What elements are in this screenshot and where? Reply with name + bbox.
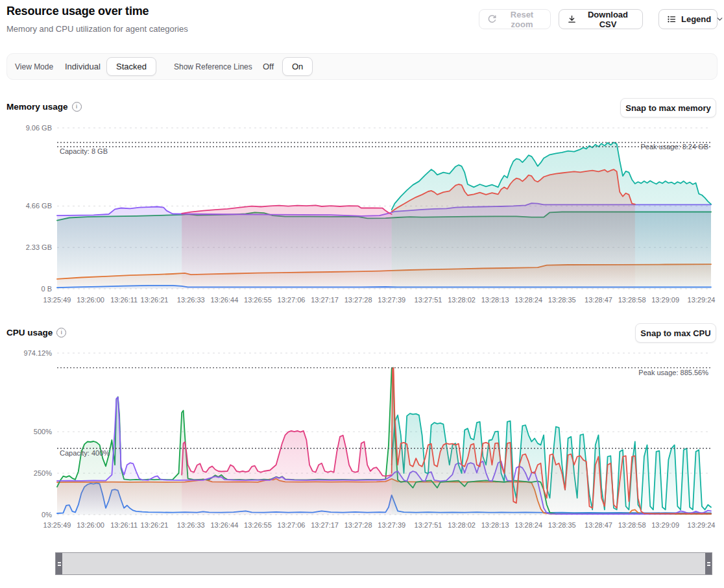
memory-area-pink [182, 205, 392, 289]
view-mode-label: View Mode [15, 54, 53, 79]
view-mode-individual[interactable]: Individual [65, 54, 101, 79]
cpu-title-text: CPU usage [6, 328, 53, 337]
download-csv-label: Download CSV [581, 10, 634, 29]
memory-x-tick-label: 13:28:24 [514, 296, 542, 304]
memory-x-tick-label: 13:27:28 [344, 296, 372, 304]
legend-label: Legend [681, 14, 711, 24]
view-mode-stacked[interactable]: Stacked [106, 57, 156, 76]
cpu-x-tick-label: 13:25:49 [43, 521, 71, 529]
cpu-x-tick-label: 13:28:13 [481, 521, 509, 529]
memory-x-tick-label: 13:27:17 [311, 296, 339, 304]
cpu-x-tick-label: 13:29:09 [651, 521, 679, 529]
memory-x-tick-label: 13:27:06 [278, 296, 306, 304]
legend-button[interactable]: Legend [658, 9, 718, 29]
memory-x-tick-label: 13:28:47 [585, 296, 612, 304]
memory-x-tick-label: 13:26:55 [244, 296, 272, 304]
resource-usage-dashboard: Resource usage over time Memory and CPU … [0, 0, 724, 588]
cpu-reference-line-label: Capacity: 400% [60, 449, 110, 457]
memory-x-tick-label: 13:27:39 [378, 296, 405, 304]
page-title: Resource usage over time [6, 5, 149, 18]
memory-y-tick-label: 0 B [41, 285, 52, 293]
memory-reference-line-label: Capacity: 8 GB [60, 147, 108, 155]
memory-plot[interactable]: 9.06 GB4.66 GB2.33 GB0 BPeak usage: 8.24… [0, 120, 724, 308]
cpu-section-title: CPU usage i [6, 328, 66, 337]
snap-to-max-memory-button[interactable]: Snap to max memory [620, 98, 716, 117]
memory-x-tick-label: 13:26:33 [177, 296, 205, 304]
memory-x-tick-label: 13:26:44 [210, 296, 238, 304]
memory-x-tick-label: 13:28:35 [548, 296, 576, 304]
cpu-x-tick-label: 13:27:06 [278, 521, 306, 529]
cpu-y-tick-label: 250% [34, 469, 52, 477]
memory-x-tick-label: 13:29:24 [688, 296, 716, 304]
brush-handle-left[interactable] [56, 553, 62, 574]
reset-icon [487, 14, 497, 24]
cpu-x-tick-label: 13:28:24 [514, 521, 542, 529]
cpu-x-tick-label: 13:26:11 [110, 521, 138, 529]
reset-zoom-button[interactable]: Reset zoom [479, 9, 551, 29]
cpu-x-tick-label: 13:26:21 [141, 521, 169, 529]
memory-title-text: Memory usage [6, 102, 68, 112]
cpu-x-tick-label: 13:28:02 [448, 521, 476, 529]
time-range-brush[interactable] [55, 552, 712, 575]
control-bar: View Mode Individual Stacked Show Refere… [6, 53, 718, 80]
cpu-x-tick-label: 13:26:55 [244, 521, 272, 529]
memory-x-tick-label: 13:26:11 [110, 296, 138, 304]
memory-chart-svg: 9.06 GB4.66 GB2.33 GB0 BPeak usage: 8.24… [0, 120, 724, 308]
memory-x-tick-label: 13:29:09 [651, 296, 679, 304]
cpu-x-tick-label: 13:26:33 [177, 521, 205, 529]
memory-x-tick-label: 13:27:51 [415, 296, 442, 304]
cpu-y-tick-label: 974.12% [24, 349, 53, 357]
cpu-reference-line-label: Peak usage: 885.56% [638, 369, 708, 376]
reference-lines-on[interactable]: On [282, 57, 313, 76]
memory-y-tick-label: 4.66 GB [26, 202, 52, 210]
cpu-x-tick-label: 13:27:51 [415, 521, 442, 529]
memory-x-tick-label: 13:28:58 [618, 296, 646, 304]
cpu-x-tick-label: 13:27:28 [344, 521, 372, 529]
cpu-x-tick-label: 13:29:24 [688, 521, 716, 529]
chevron-down-icon [716, 15, 724, 23]
cpu-x-tick-label: 13:27:17 [311, 521, 339, 529]
cpu-y-tick-label: 0% [42, 511, 52, 519]
legend-list-icon [667, 14, 677, 24]
cpu-x-tick-label: 13:28:58 [618, 521, 646, 529]
download-icon [567, 14, 577, 24]
reference-lines-off[interactable]: Off [263, 54, 274, 79]
snap-to-max-cpu-button[interactable]: Snap to max CPU [635, 323, 716, 343]
cpu-x-tick-label: 13:28:47 [585, 521, 612, 529]
page-subtitle: Memory and CPU utilization for agent cat… [6, 24, 188, 34]
memory-x-tick-label: 13:28:02 [448, 296, 476, 304]
reset-zoom-label: Reset zoom [501, 10, 542, 29]
memory-section-title: Memory usage i [6, 102, 82, 112]
cpu-info-icon[interactable]: i [56, 328, 66, 337]
memory-x-tick-label: 13:25:49 [43, 296, 71, 304]
cpu-area-pink [182, 431, 392, 515]
cpu-plot[interactable]: 974.12%500%250%0%Peak usage: 885.56%Capa… [0, 345, 724, 532]
cpu-chart-svg: 974.12%500%250%0%Peak usage: 885.56%Capa… [0, 345, 724, 532]
memory-x-tick-label: 13:28:13 [481, 296, 509, 304]
cpu-x-tick-label: 13:28:35 [548, 521, 576, 529]
cpu-y-tick-label: 500% [34, 428, 52, 435]
show-reference-lines-label: Show Reference Lines [174, 54, 252, 79]
memory-info-icon[interactable]: i [72, 102, 82, 112]
cpu-x-tick-label: 13:27:39 [378, 521, 405, 529]
memory-y-tick-label: 2.33 GB [26, 243, 52, 251]
memory-x-tick-label: 13:26:00 [77, 296, 104, 304]
memory-y-tick-label: 9.06 GB [26, 124, 52, 132]
cpu-x-tick-label: 13:26:44 [210, 521, 238, 529]
brush-handle-right[interactable] [705, 553, 712, 574]
download-csv-button[interactable]: Download CSV [559, 9, 643, 29]
cpu-x-tick-label: 13:26:00 [77, 521, 104, 529]
memory-x-tick-label: 13:26:21 [141, 296, 169, 304]
